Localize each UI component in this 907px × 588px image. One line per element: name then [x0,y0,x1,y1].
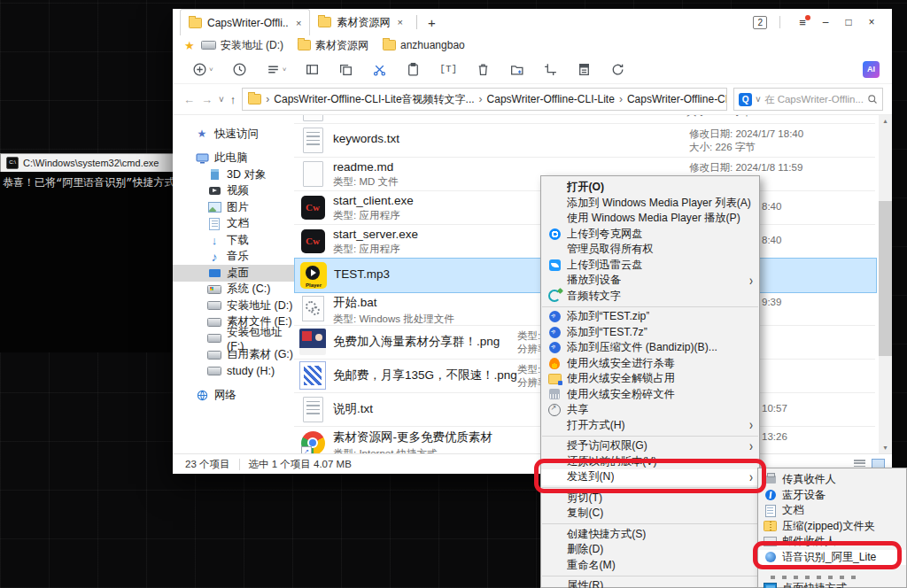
toggle-pane-button[interactable] [305,62,320,77]
ai-assistant-button[interactable]: AI [863,61,880,78]
sidebar-item-music[interactable]: ♪ 音乐 [173,249,294,266]
menu-item-open[interactable]: 打开(O) [541,180,759,196]
tab-close-icon[interactable]: × [296,18,301,28]
cmd-titlebar[interactable]: C:\ C:\Windows\system32\cmd.exe [0,153,193,172]
favorites-star-icon[interactable]: ★ [184,39,195,52]
refresh-button[interactable] [610,62,625,77]
sidebar-item-3d-objects[interactable]: 3D 对象 [173,166,294,183]
sidebar-item-videos[interactable]: 视频 [173,183,294,200]
search-icon[interactable] [867,94,878,104]
sendto-item-desktop-shortcut[interactable]: 桌面快捷方式 [758,581,906,588]
sendto-item-documents[interactable]: 文档 [758,503,906,519]
sidebar-item-network[interactable]: 网络 [173,388,294,405]
menu-item-create-shortcut[interactable]: 创建快捷方式(S) [541,527,759,543]
dropdown-icon: ˅ [209,66,213,74]
menu-item-rename[interactable]: 重命名(M) [541,558,759,574]
menu-item-copy[interactable]: 复制(C) [541,506,759,522]
up-button[interactable]: ↑ [230,93,236,106]
cut-button[interactable] [372,62,387,77]
notes-button[interactable] [577,62,592,77]
cmd-window[interactable]: C:\ C:\Windows\system32\cmd.exe 恭喜！已将“阿里… [0,153,193,352]
tab-capswriter[interactable]: CapsWriter-Offli... × [180,9,310,35]
history-dropdown-icon[interactable]: ˅ [219,95,224,104]
maximize-button[interactable]: □ [837,16,860,28]
back-button[interactable]: ← [183,93,195,106]
media-player-icon: Player [300,261,327,290]
menu-item-properties[interactable]: 属性(R) [541,578,759,588]
new-item-button[interactable]: ˅ [192,62,213,77]
view-menu-button[interactable]: ˅ [266,62,287,77]
menu-item-give-access[interactable]: 授予访问权限(G)› [541,438,759,454]
menu-item-open-with[interactable]: 打开方式(H)› [541,418,759,434]
search-engine-badge[interactable]: Q [739,93,752,106]
favorite-item-d-drive[interactable]: 安装地址 (D:) [201,38,283,53]
tab-sucai[interactable]: 素材资源网 × [310,10,410,35]
text-file-icon [299,115,326,122]
sidebar-item-quick-access[interactable]: ★ 快速访问 [173,126,294,143]
rename-button[interactable]: [T] [439,64,457,74]
favorite-item-anzhuangbao[interactable]: anzhuangbao [383,39,465,51]
breadcrumb-segment[interactable]: CapsWriter-Offline-CLI-Lite [487,93,615,105]
menu-item-wmp-add[interactable]: 添加到 Windows Media Player 列表(A) [541,196,759,212]
menu-item-audio-to-text[interactable]: 音频转文字 [541,289,759,305]
tab-close-icon[interactable]: × [397,17,402,27]
blank-icon [547,213,562,225]
explorer-window: CapsWriter-Offli... × 素材资源网 × + 2 ≡ – □ … [173,9,892,474]
menu-item-wmp-play[interactable]: 使用 Windows Media Player 播放(P) [541,211,759,227]
sidebar-item-downloads[interactable]: ↓ 下载 [173,232,294,249]
sidebar-item-documents[interactable]: 文档 [173,216,294,233]
menu-item-cast-to-device[interactable]: 播放到设备› [541,273,759,289]
delete-button[interactable] [476,62,491,77]
paste-button[interactable] [406,62,421,77]
breadcrumb-segment[interactable]: CapsWriter-Offline-CLI-Lite音视频转文字... [274,92,474,107]
menu-item-delete[interactable]: 删除(D) [541,542,759,558]
breadcrumb-segment[interactable]: CapsWriter-Offline-CLI-Lite [627,93,727,105]
sidebar-item-this-pc[interactable]: 此电脑 [173,151,294,167]
menu-item-upload-quark[interactable]: 上传到夸克网盘 [541,227,759,243]
menu-item-huorong-unlock[interactable]: 使用火绒安全解锁占用 [541,371,759,387]
favorite-label: 安装地址 (D:) [221,38,283,53]
window-menu-icon[interactable]: ≡ [791,16,814,29]
sidebar-item-drive-h[interactable]: study (H:) [173,363,294,380]
sidebar-item-pictures[interactable]: 图片 [173,199,294,216]
new-tab-button[interactable]: + [422,15,441,30]
menu-item-share[interactable]: 共享 [541,402,759,418]
file-row-keywords-txt[interactable]: keywords.txt 修改日期: 2024/1/7 18:40 大小: 22… [294,123,875,158]
menu-item-huorong-scan[interactable]: 使用火绒安全进行杀毒 [541,356,759,372]
main-area: ★ 快速访问 此电脑 3D 对象 视频 图片 [173,115,892,453]
tab-label: CapsWriter-Offli... [207,17,289,29]
sidebar-item-drive-g[interactable]: 自用素材 (G:) [173,347,294,364]
menu-item-add-to-zip[interactable]: 添加到“TEST.zip” [541,309,759,325]
scrollbar[interactable]: ▴ ▾ [879,115,892,453]
forward-button[interactable]: → [201,93,213,106]
search-dropdown-icon[interactable]: ˅ [756,95,761,104]
sidebar-item-desktop[interactable]: 桌面 [173,265,294,282]
close-button[interactable]: × [860,16,883,28]
menu-item-add-to-archive[interactable]: 添加到压缩文件 (Bandizip)(B)... [541,340,759,356]
sendto-item-fax[interactable]: 传真收件人 [758,472,906,488]
crop-button[interactable] [543,62,558,77]
minimize-button[interactable]: – [814,16,837,28]
scroll-up-icon[interactable]: ▴ [879,117,892,125]
search-box[interactable]: Q ˅ 在 CapsWriter-Offlin... [733,88,883,111]
sidebar-item-drive-f[interactable]: 安装包地址 (F:) [173,330,294,347]
recent-button[interactable] [232,62,247,77]
scrollbar-thumb[interactable] [879,201,892,356]
menu-item-upload-xunlei[interactable]: 上传到迅雷云盘 [541,258,759,274]
menu-item-add-to-7z[interactable]: 添加到“TEST.7z” [541,325,759,341]
refresh-icon [610,62,625,77]
sidebar-item-drive-d[interactable]: 安装地址 (D:) [173,298,294,314]
breadcrumb[interactable]: › CapsWriter-Offline-CLI-Lite音视频转文字... ›… [242,88,727,111]
png-thumbnail-icon [299,361,326,390]
sendto-item-bluetooth[interactable]: 蓝牙设备 [758,488,906,504]
scroll-down-icon[interactable]: ▾ [879,444,892,452]
new-folder-button[interactable] [509,62,524,77]
sidebar-item-drive-c[interactable]: 系统 (C:) [173,282,294,298]
send-to-submenu: 传真收件人 蓝牙设备 文档 压缩(zipped)文件夹 邮件收件人 语音识别_阿… [757,468,907,588]
copy-button[interactable] [338,62,353,77]
sendto-item-zipped-folder[interactable]: 压缩(zipped)文件夹 [758,519,906,535]
search-input[interactable]: 在 CapsWriter-Offlin... [764,93,864,106]
favorite-item-sucai[interactable]: 素材资源网 [298,38,368,53]
menu-item-huorong-shred[interactable]: 使用火绒安全粉碎文件 [541,387,759,403]
menu-item-take-ownership[interactable]: 管理员取得所有权 [541,242,759,258]
